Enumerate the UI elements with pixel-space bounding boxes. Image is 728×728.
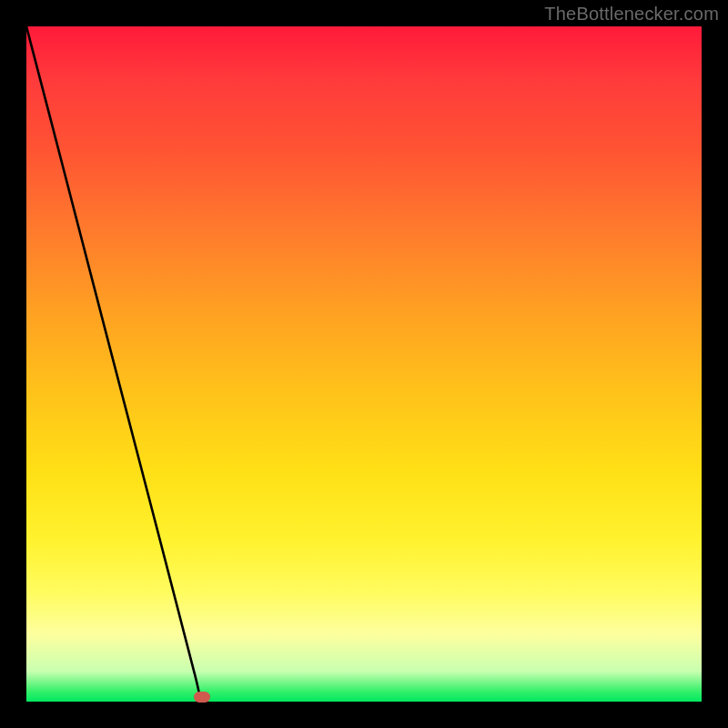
minimum-marker xyxy=(194,692,210,703)
attribution-label: TheBottlenecker.com xyxy=(544,4,719,25)
curve-path xyxy=(26,26,208,702)
chart-frame: TheBottlenecker.com xyxy=(0,0,728,728)
plot-area xyxy=(26,26,702,702)
bottleneck-curve xyxy=(26,26,702,702)
